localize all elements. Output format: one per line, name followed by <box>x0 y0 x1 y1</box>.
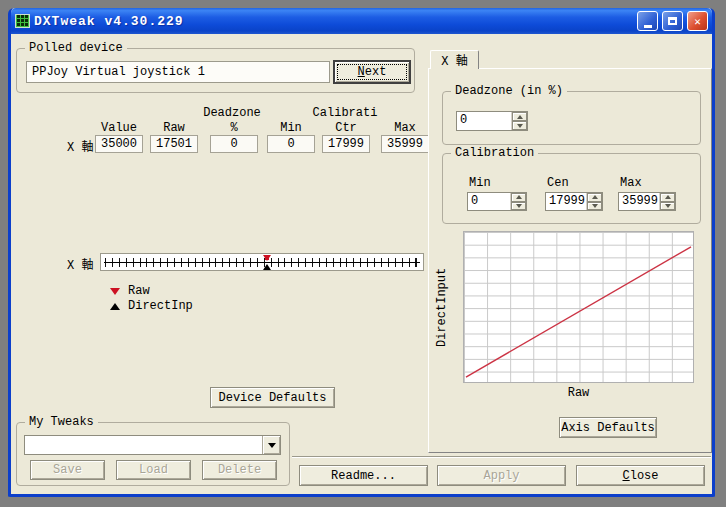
value-box-cal-min: 0 <box>267 135 315 153</box>
graph-xlabel: Raw <box>463 386 694 400</box>
titlebar[interactable]: DXTweak v4.30.229 ✕ <box>11 8 712 34</box>
close-button[interactable]: ✕ <box>687 11 708 31</box>
cal-min-spin-up-button[interactable] <box>511 193 526 202</box>
col-header-min: Min <box>267 121 315 135</box>
minimize-icon <box>644 25 652 28</box>
app-window: DXTweak v4.30.229 ✕ Polled device PPJoy … <box>8 8 715 497</box>
raw-marker-icon <box>263 255 271 261</box>
device-defaults-button[interactable]: Device Defaults <box>210 387 335 408</box>
tweaks-combo-value <box>25 436 262 454</box>
calibration-group-label: Calibration <box>451 146 538 160</box>
cal-min-spinner[interactable]: 0 <box>467 192 527 211</box>
legend-raw: Raw <box>110 284 150 298</box>
value-box-cal-ctr: 17999 <box>322 135 370 153</box>
device-name-field[interactable]: PPJoy Virtual joystick 1 <box>26 61 330 83</box>
bottom-separator <box>292 456 711 458</box>
col-header-value: Value <box>95 121 143 135</box>
next-button[interactable]: Next <box>333 60 411 84</box>
readme-button[interactable]: Readme... <box>299 465 428 486</box>
directinput-marker-icon <box>263 264 271 270</box>
cal-cen-spin-down-button[interactable] <box>587 202 602 211</box>
delete-button[interactable]: Delete <box>202 460 277 480</box>
cal-cen-spinner[interactable]: 17999 <box>545 192 603 211</box>
polled-device-label: Polled device <box>25 41 127 55</box>
app-grid-icon <box>15 14 30 28</box>
deadzone-spinner[interactable]: 0 <box>456 111 528 131</box>
apply-button[interactable]: Apply <box>437 465 566 486</box>
load-button[interactable]: Load <box>116 460 191 480</box>
table-header-calibration: Calibrati <box>295 106 395 120</box>
value-box-deadzone-pct: 0 <box>210 135 258 153</box>
cal-min-label: Min <box>469 176 491 190</box>
value-box-value: 35000 <box>95 135 143 153</box>
minimize-button[interactable] <box>637 11 658 31</box>
legend-directinput: DirectInp <box>110 299 193 313</box>
client-area: Polled device PPJoy Virtual joystick 1 N… <box>11 34 712 491</box>
axis-ruler <box>100 253 424 271</box>
directinput-legend-icon <box>110 303 120 310</box>
tweaks-combobox[interactable] <box>24 435 281 455</box>
desktop-background: { "window": { "title": "DXTweak v4.30.22… <box>0 0 726 507</box>
deadzone-spinner-value: 0 <box>457 112 512 130</box>
axis-ruler-label: X 軸 <box>67 255 93 273</box>
close-icon: ✕ <box>694 15 701 28</box>
close-action-button[interactable]: Close <box>576 465 705 486</box>
graph-line <box>464 232 693 382</box>
cal-min-spin-down-button[interactable] <box>511 202 526 211</box>
transfer-graph <box>463 231 694 383</box>
cal-max-spin-up-button[interactable] <box>660 193 675 202</box>
col-header-max: Max <box>381 121 429 135</box>
deadzone-spin-down-button[interactable] <box>512 121 527 130</box>
cal-max-value: 35999 <box>619 193 660 210</box>
legend-raw-label: Raw <box>128 284 150 298</box>
cal-max-spinner[interactable]: 35999 <box>618 192 676 211</box>
axis-row-label: X 軸 <box>67 137 93 155</box>
maximize-button[interactable] <box>662 11 683 31</box>
cal-max-label: Max <box>620 176 642 190</box>
device-name-value: PPJoy Virtual joystick 1 <box>32 65 205 79</box>
cal-cen-label: Cen <box>547 176 569 190</box>
raw-legend-icon <box>110 288 120 295</box>
table-header-deadzone: Deadzone <box>182 106 282 120</box>
value-box-raw: 17501 <box>150 135 198 153</box>
col-header-raw: Raw <box>150 121 198 135</box>
deadzone-spin-up-button[interactable] <box>512 112 527 121</box>
deadzone-group-label: Deadzone (in %) <box>451 84 567 98</box>
combo-dropdown-button[interactable] <box>262 436 280 454</box>
legend-directinput-label: DirectInp <box>128 299 193 313</box>
tab-x-axis[interactable]: X 軸 <box>430 50 479 69</box>
cal-min-value: 0 <box>468 193 511 210</box>
value-box-cal-max: 35999 <box>381 135 429 153</box>
axis-defaults-button[interactable]: Axis Defaults <box>559 417 657 438</box>
maximize-icon <box>668 17 677 25</box>
window-title: DXTweak v4.30.229 <box>34 14 633 29</box>
my-tweaks-label: My Tweaks <box>25 415 98 429</box>
cal-cen-value: 17999 <box>546 193 587 210</box>
col-header-deadzone-pct: % <box>210 121 258 135</box>
col-header-ctr: Ctr <box>322 121 370 135</box>
graph-ylabel: DirectInput <box>435 231 449 383</box>
cal-max-spin-down-button[interactable] <box>660 202 675 211</box>
save-button[interactable]: Save <box>30 460 105 480</box>
ruler-centerline <box>104 262 420 263</box>
cal-cen-spin-up-button[interactable] <box>587 193 602 202</box>
